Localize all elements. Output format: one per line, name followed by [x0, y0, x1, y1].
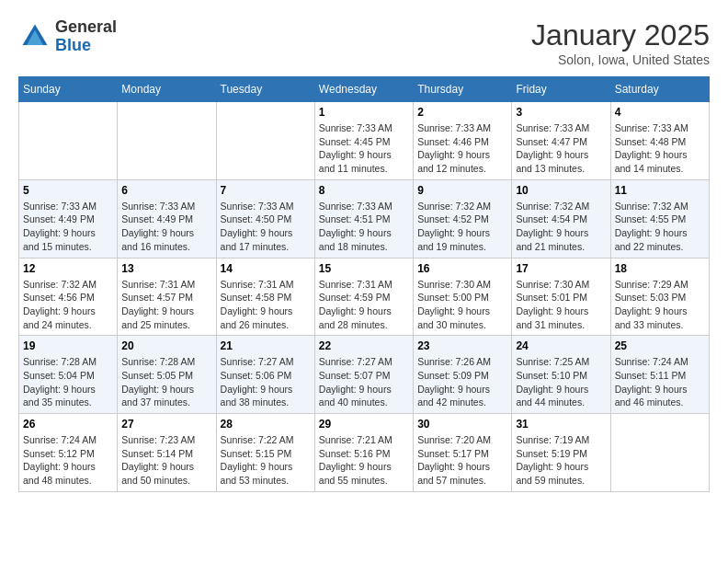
day-number: 29 — [319, 418, 409, 431]
day-number: 21 — [221, 339, 311, 352]
day-info: Sunrise: 7:33 AMSunset: 4:49 PMDaylight:… — [121, 200, 211, 254]
day-number: 16 — [417, 262, 507, 275]
calendar-header-tuesday: Tuesday — [216, 77, 314, 102]
calendar-header-monday: Monday — [118, 77, 216, 102]
calendar-cell: 19Sunrise: 7:28 AMSunset: 5:04 PMDayligh… — [19, 336, 118, 414]
day-info: Sunrise: 7:33 AMSunset: 4:51 PMDaylight:… — [319, 200, 409, 254]
day-info: Sunrise: 7:32 AMSunset: 4:56 PMDaylight:… — [23, 278, 113, 332]
day-info: Sunrise: 7:25 AMSunset: 5:10 PMDaylight:… — [516, 355, 606, 409]
calendar-cell — [216, 102, 314, 180]
calendar-header-thursday: Thursday — [414, 77, 512, 102]
day-number: 13 — [121, 262, 211, 275]
calendar-cell: 27Sunrise: 7:23 AMSunset: 5:14 PMDayligh… — [118, 414, 216, 492]
calendar-cell — [118, 102, 216, 180]
calendar-cell: 14Sunrise: 7:31 AMSunset: 4:58 PMDayligh… — [216, 258, 314, 336]
day-number: 25 — [615, 339, 705, 352]
day-number: 7 — [221, 184, 311, 197]
day-number: 1 — [319, 106, 409, 119]
calendar-cell: 20Sunrise: 7:28 AMSunset: 5:05 PMDayligh… — [118, 336, 216, 414]
day-info: Sunrise: 7:19 AMSunset: 5:19 PMDaylight:… — [516, 433, 606, 488]
calendar-cell: 25Sunrise: 7:24 AMSunset: 5:11 PMDayligh… — [610, 336, 709, 414]
calendar-header-saturday: Saturday — [610, 77, 709, 102]
day-info: Sunrise: 7:31 AMSunset: 4:58 PMDaylight:… — [221, 278, 311, 332]
calendar-cell: 22Sunrise: 7:27 AMSunset: 5:07 PMDayligh… — [314, 336, 413, 414]
day-number: 2 — [417, 106, 507, 119]
title-block: January 2025 Solon, Iowa, United States — [531, 18, 710, 67]
calendar-table: SundayMondayTuesdayWednesdayThursdayFrid… — [18, 76, 710, 492]
day-number: 19 — [23, 339, 113, 352]
day-number: 8 — [319, 184, 409, 197]
calendar-cell — [610, 414, 709, 492]
day-number: 6 — [121, 184, 211, 197]
calendar-cell: 3Sunrise: 7:33 AMSunset: 4:47 PMDaylight… — [512, 102, 610, 180]
day-number: 11 — [615, 184, 705, 197]
day-number: 12 — [23, 262, 113, 275]
calendar-cell: 30Sunrise: 7:20 AMSunset: 5:17 PMDayligh… — [414, 414, 512, 492]
calendar-cell: 9Sunrise: 7:32 AMSunset: 4:52 PMDaylight… — [414, 179, 512, 258]
day-info: Sunrise: 7:22 AMSunset: 5:15 PMDaylight:… — [221, 433, 311, 488]
day-info: Sunrise: 7:20 AMSunset: 5:17 PMDaylight:… — [417, 433, 507, 488]
calendar-header-friday: Friday — [512, 77, 610, 102]
calendar-cell: 11Sunrise: 7:32 AMSunset: 4:55 PMDayligh… — [610, 179, 709, 258]
day-number: 3 — [516, 106, 606, 119]
calendar-cell: 23Sunrise: 7:26 AMSunset: 5:09 PMDayligh… — [414, 336, 512, 414]
calendar-cell: 10Sunrise: 7:32 AMSunset: 4:54 PMDayligh… — [512, 179, 610, 258]
day-info: Sunrise: 7:33 AMSunset: 4:45 PMDaylight:… — [319, 121, 409, 176]
month-title: January 2025 — [531, 18, 710, 52]
day-info: Sunrise: 7:31 AMSunset: 4:57 PMDaylight:… — [121, 278, 211, 332]
calendar-cell: 13Sunrise: 7:31 AMSunset: 4:57 PMDayligh… — [118, 258, 216, 336]
day-info: Sunrise: 7:33 AMSunset: 4:50 PMDaylight:… — [221, 200, 311, 254]
logo: General Blue — [18, 18, 117, 55]
day-info: Sunrise: 7:24 AMSunset: 5:11 PMDaylight:… — [615, 355, 705, 409]
calendar-week-3: 19Sunrise: 7:28 AMSunset: 5:04 PMDayligh… — [19, 336, 710, 414]
calendar-cell: 21Sunrise: 7:27 AMSunset: 5:06 PMDayligh… — [216, 336, 314, 414]
calendar-cell: 7Sunrise: 7:33 AMSunset: 4:50 PMDaylight… — [216, 179, 314, 258]
day-info: Sunrise: 7:30 AMSunset: 5:01 PMDaylight:… — [516, 278, 606, 332]
logo-blue: Blue — [55, 36, 91, 54]
location-title: Solon, Iowa, United States — [531, 52, 710, 67]
day-info: Sunrise: 7:30 AMSunset: 5:00 PMDaylight:… — [417, 278, 507, 332]
calendar-header-sunday: Sunday — [19, 77, 118, 102]
calendar-cell: 1Sunrise: 7:33 AMSunset: 4:45 PMDaylight… — [314, 102, 413, 180]
day-number: 18 — [615, 262, 705, 275]
page-header: General Blue January 2025 Solon, Iowa, U… — [18, 18, 710, 67]
calendar-cell: 2Sunrise: 7:33 AMSunset: 4:46 PMDaylight… — [414, 102, 512, 180]
day-number: 26 — [23, 418, 113, 431]
day-number: 24 — [516, 339, 606, 352]
day-number: 5 — [23, 184, 113, 197]
day-info: Sunrise: 7:27 AMSunset: 5:06 PMDaylight:… — [221, 355, 311, 409]
day-info: Sunrise: 7:28 AMSunset: 5:04 PMDaylight:… — [23, 355, 113, 409]
calendar-week-4: 26Sunrise: 7:24 AMSunset: 5:12 PMDayligh… — [19, 414, 710, 492]
calendar-cell: 26Sunrise: 7:24 AMSunset: 5:12 PMDayligh… — [19, 414, 118, 492]
day-info: Sunrise: 7:23 AMSunset: 5:14 PMDaylight:… — [121, 433, 211, 488]
calendar-cell: 24Sunrise: 7:25 AMSunset: 5:10 PMDayligh… — [512, 336, 610, 414]
calendar-cell: 16Sunrise: 7:30 AMSunset: 5:00 PMDayligh… — [414, 258, 512, 336]
day-number: 15 — [319, 262, 409, 275]
calendar-cell: 31Sunrise: 7:19 AMSunset: 5:19 PMDayligh… — [512, 414, 610, 492]
day-info: Sunrise: 7:33 AMSunset: 4:48 PMDaylight:… — [615, 121, 705, 176]
day-number: 23 — [417, 339, 507, 352]
calendar-cell — [19, 102, 118, 180]
day-info: Sunrise: 7:21 AMSunset: 5:16 PMDaylight:… — [319, 433, 409, 488]
logo-icon — [18, 20, 51, 53]
day-number: 10 — [516, 184, 606, 197]
calendar-cell: 17Sunrise: 7:30 AMSunset: 5:01 PMDayligh… — [512, 258, 610, 336]
day-info: Sunrise: 7:32 AMSunset: 4:55 PMDaylight:… — [615, 200, 705, 254]
day-info: Sunrise: 7:27 AMSunset: 5:07 PMDaylight:… — [319, 355, 409, 409]
day-info: Sunrise: 7:29 AMSunset: 5:03 PMDaylight:… — [615, 278, 705, 332]
calendar-cell: 28Sunrise: 7:22 AMSunset: 5:15 PMDayligh… — [216, 414, 314, 492]
day-number: 14 — [221, 262, 311, 275]
calendar-week-0: 1Sunrise: 7:33 AMSunset: 4:45 PMDaylight… — [19, 102, 710, 180]
calendar-week-1: 5Sunrise: 7:33 AMSunset: 4:49 PMDaylight… — [19, 179, 710, 258]
day-number: 22 — [319, 339, 409, 352]
calendar-cell: 6Sunrise: 7:33 AMSunset: 4:49 PMDaylight… — [118, 179, 216, 258]
calendar-body: 1Sunrise: 7:33 AMSunset: 4:45 PMDaylight… — [19, 102, 710, 492]
calendar-cell: 4Sunrise: 7:33 AMSunset: 4:48 PMDaylight… — [610, 102, 709, 180]
logo-general: General — [55, 17, 117, 36]
day-number: 31 — [516, 418, 606, 431]
calendar-cell: 29Sunrise: 7:21 AMSunset: 5:16 PMDayligh… — [314, 414, 413, 492]
day-info: Sunrise: 7:24 AMSunset: 5:12 PMDaylight:… — [23, 433, 113, 488]
calendar-cell: 15Sunrise: 7:31 AMSunset: 4:59 PMDayligh… — [314, 258, 413, 336]
day-number: 27 — [121, 418, 211, 431]
day-info: Sunrise: 7:33 AMSunset: 4:47 PMDaylight:… — [516, 121, 606, 176]
